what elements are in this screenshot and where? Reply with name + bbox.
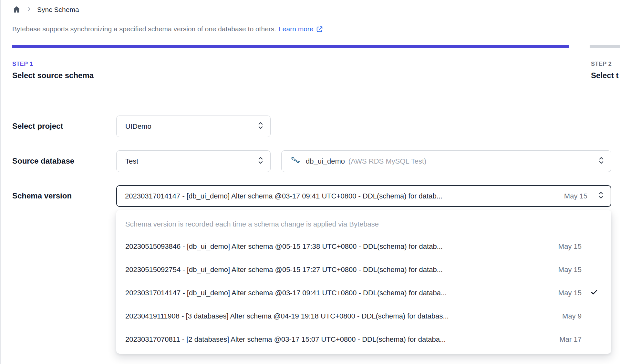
option-date: May 15 — [552, 289, 582, 297]
database-select[interactable]: db_ui_demo (AWS RDS MySQL Test) — [281, 150, 611, 172]
project-select-value: UIDemo — [125, 122, 151, 131]
page-description: Bytebase supports synchronizing a specif… — [12, 25, 323, 33]
option-text: 20230419111908 - [3 databases] Alter sch… — [125, 312, 449, 320]
option-text: 20230515092754 - [db_ui_demo] Alter sche… — [125, 266, 443, 274]
schema-version-label: Schema version — [12, 191, 72, 200]
schema-version-dropdown: Schema version is recorded each time a s… — [116, 210, 611, 354]
option-date: Mar 17 — [553, 335, 582, 344]
chevron-updown-icon — [257, 121, 264, 132]
learn-more-label: Learn more — [279, 25, 313, 33]
schema-version-select[interactable]: 20230317014147 - [db_ui_demo] Alter sche… — [116, 185, 611, 207]
step-2-title: Select t — [591, 71, 618, 80]
option-date: May 15 — [552, 266, 582, 274]
home-icon[interactable] — [12, 5, 21, 14]
schema-version-option[interactable]: 20230515093846 - [db_ui_demo] Alter sche… — [116, 235, 611, 258]
schema-version-select-value: 20230317014147 - [db_ui_demo] Alter sche… — [125, 192, 442, 200]
environment-select[interactable]: Test — [116, 150, 271, 172]
progress-bar-step1 — [12, 45, 569, 48]
step-1-header: STEP 1 Select source schema — [12, 61, 94, 80]
option-text: 20230317014147 - [db_ui_demo] Alter sche… — [125, 289, 447, 297]
source-database-label: Source database — [12, 157, 74, 166]
breadcrumb-chevron-icon — [26, 6, 32, 13]
project-select[interactable]: UIDemo — [116, 116, 271, 137]
page-title: Sync Schema — [37, 6, 79, 14]
schema-version-option[interactable]: 20230515092754 - [db_ui_demo] Alter sche… — [116, 258, 611, 281]
breadcrumb: Sync Schema — [12, 5, 79, 14]
dropdown-hint: Schema version is recorded each time a s… — [116, 210, 611, 235]
option-text: 20230317070811 - [2 databases] Alter sch… — [125, 335, 446, 344]
schema-version-option[interactable]: 20230317070811 - [2 databases] Alter sch… — [116, 328, 611, 351]
environment-select-value: Test — [125, 157, 138, 166]
database-select-name: db_ui_demo — [306, 157, 345, 166]
option-date: May 9 — [556, 312, 582, 320]
select-project-label: Select project — [12, 122, 63, 131]
schema-version-select-date: May 15 — [564, 192, 592, 200]
step-2-header: STEP 2 Select t — [591, 61, 618, 80]
step-2-eyebrow: STEP 2 — [591, 61, 618, 67]
mysql-dolphin-icon — [290, 156, 301, 167]
learn-more-link[interactable]: Learn more — [279, 25, 323, 33]
chevron-updown-icon — [597, 156, 605, 167]
description-text: Bytebase supports synchronizing a specif… — [12, 25, 276, 33]
progress-bar-step2 — [590, 45, 620, 48]
database-select-detail: (AWS RDS MySQL Test) — [348, 157, 426, 166]
schema-version-option-selected[interactable]: 20230317014147 - [db_ui_demo] Alter sche… — [116, 281, 611, 305]
step-1-title: Select source schema — [12, 71, 94, 80]
step-1-eyebrow: STEP 1 — [12, 61, 94, 67]
chevron-updown-icon — [257, 156, 264, 167]
option-date: May 15 — [552, 242, 582, 251]
external-link-icon — [316, 25, 323, 33]
option-text: 20230515093846 - [db_ui_demo] Alter sche… — [125, 242, 443, 251]
schema-version-option[interactable]: 20230419111908 - [3 databases] Alter sch… — [116, 305, 611, 328]
check-icon — [590, 288, 598, 298]
chevron-updown-icon — [597, 190, 605, 202]
